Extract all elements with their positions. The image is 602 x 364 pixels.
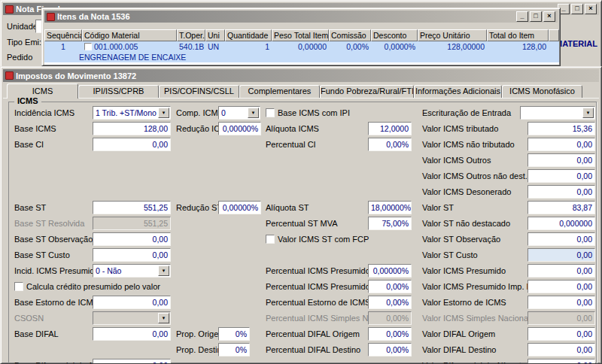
chevron-down-icon[interactable]: ▼ (158, 265, 169, 276)
aliquota-st-label: Alíquota ST (266, 201, 309, 214)
column-header-sequencia[interactable]: Sequência (44, 29, 82, 41)
valor-st-custo-field[interactable]: 0,00 (528, 248, 595, 262)
percentual-difal-origem-field[interactable]: 0,00% (368, 327, 412, 341)
tab-complementares[interactable]: Complementares (239, 85, 320, 98)
valor-icms-st-com-fcp-checkbox[interactable] (266, 235, 275, 244)
percentual-estorno-icms-field[interactable]: 0,00% (368, 296, 412, 309)
aliquota-st-field[interactable]: 18,00000% (368, 201, 412, 214)
tab-icms-monofasico[interactable]: ICMS Monofásico (502, 85, 582, 98)
valor-icms-outros-field[interactable]: 0,00 (528, 153, 595, 167)
tab-pis-cofins-csll[interactable]: PIS/COFINS/CSLL (159, 85, 239, 98)
base-st-field[interactable]: 551,25 (93, 201, 171, 214)
prop-destino-field[interactable]: 0% (218, 343, 250, 356)
valor-difal-destino-field[interactable]: 0,00 (528, 343, 595, 356)
percentual-difal-destino-field[interactable]: 0,00% (368, 343, 412, 356)
close-icon[interactable]: × (543, 11, 555, 22)
itens-titlebar[interactable]: Itens da Nota 1536 _ □ × (44, 11, 558, 23)
comp-icms-select[interactable]: 0▼ (218, 106, 260, 120)
tab-informacoes-adicionais[interactable]: Informações Adicionais (414, 85, 502, 98)
valor-icms-presumido-field[interactable]: 0,00 (528, 264, 595, 278)
app-icon (47, 13, 55, 21)
base-estorno-icms-field[interactable]: 0,00 (93, 296, 171, 309)
base-icms-com-ipi-label[interactable]: Base ICMS com IPI (278, 106, 350, 120)
column-header-uni[interactable]: Uni (205, 29, 225, 41)
base-st-custo-field[interactable]: 0,00 (93, 248, 171, 262)
base-ci-field[interactable]: 0,00 (93, 138, 171, 151)
percentual-icms-presumido-imp-pr-field[interactable]: 0,00% (368, 280, 412, 293)
column-header-total-do-item[interactable]: Total do Item (487, 29, 549, 41)
column-header-quantidade[interactable]: Quantidade (225, 29, 272, 41)
impostos-titlebar[interactable]: Impostos do Movimento 13872 (3, 69, 599, 82)
chevron-down-icon[interactable]: ▼ (158, 108, 169, 118)
base-difal-field[interactable]: 0,00 (93, 327, 171, 341)
escrituracao-entrada-label: Escrituração de Entrada (422, 106, 511, 120)
row-checkbox[interactable] (84, 43, 92, 50)
valor-icms-nao-tributado-field[interactable]: 0,00 (528, 138, 595, 151)
itens-window-buttons: _ □ × (516, 11, 555, 22)
valor-icms-outros-nao-dest-label: Valor ICMS Outros não dest. (422, 169, 528, 183)
maximize-icon[interactable]: □ (571, 4, 583, 14)
valor-icms-presumido-imp-pr-field[interactable]: 0,00 (528, 280, 595, 293)
percentual-icms-presumido-field[interactable]: 0,00000% (368, 264, 412, 278)
valor-st-nao-destacado-label: Valor ST não destacado (422, 217, 510, 230)
valor-st-observacao-field[interactable]: 0,00 (528, 232, 595, 246)
base-icms-com-ipi-checkbox[interactable] (266, 108, 275, 117)
base-diferencial-aliq-field[interactable]: 0,00 (93, 359, 171, 364)
valor-estorno-icms-field[interactable]: 0,00 (528, 296, 595, 309)
cell-sequencia: 1 (44, 41, 82, 52)
column-header-preco-unitario[interactable]: Preço Unitário (418, 29, 487, 41)
column-header-desconto[interactable]: Desconto (371, 29, 418, 41)
tab-fundo-pobreza-rural-fti[interactable]: Fundo Pobreza/Rural/FTI (320, 85, 414, 98)
percentual-difal-origem-label: Percentual DIFAL Origem (266, 327, 360, 341)
percentual-icms-simples-field: 0,00% (368, 311, 412, 325)
material-value: MATERIAL (555, 39, 597, 48)
table-row-descricao[interactable]: ENGRENAGEM DE ENCAIXE (44, 52, 559, 62)
base-icms-label: Base ICMS (14, 122, 56, 135)
percentual-st-mva-field[interactable]: 75,00% (368, 217, 412, 230)
base-st-resolvida-label: Base ST Resolvida (14, 217, 84, 230)
valor-difal-origem-field[interactable]: 0,00 (528, 327, 595, 341)
cell-codigo-material: 001.000.005 (82, 41, 177, 52)
valor-icms-tributado-field[interactable]: 15,36 (528, 122, 595, 135)
percentual-ci-field[interactable]: 0,00% (368, 138, 412, 151)
valor-diferencial-aliquota-field[interactable]: 0,00 (528, 359, 595, 364)
reducao-icms-field[interactable]: 0,00000% (218, 122, 261, 135)
reducao-st-field[interactable]: 0,00000% (218, 201, 261, 214)
percentual-st-mva-label: Percentual ST MVA (266, 217, 338, 230)
comp-icms-label: Comp. ICMS (176, 106, 223, 120)
valor-st-label: Valor ST (422, 201, 454, 214)
column-header-toper[interactable]: T.Oper. (177, 29, 205, 41)
column-header-comissao[interactable]: Comissão (329, 29, 371, 41)
valor-icms-st-com-fcp-label[interactable]: Valor ICMS ST com FCP (278, 232, 369, 246)
column-header-filler (549, 29, 559, 41)
valor-icms-desonerado-field[interactable]: 0,00 (528, 185, 595, 199)
base-ci-label: Base CI (14, 138, 44, 151)
incid-icms-presumido-select[interactable]: 0 - Não▼ (93, 264, 171, 278)
calcula-credito-presumido-label[interactable]: Calcula crédito presumido pelo valor (26, 280, 160, 293)
chevron-down-icon[interactable]: ▼ (248, 108, 259, 118)
column-header-peso-total-item[interactable]: Peso Total Item (272, 29, 329, 41)
escrituracao-entrada-select[interactable]: ▼ (520, 106, 595, 120)
column-header-codigo-material[interactable]: Código Material (82, 29, 177, 41)
prop-origem-field[interactable]: 0% (218, 327, 250, 341)
comp-icms-value: 0 (221, 108, 226, 117)
table-row[interactable]: 1 001.000.005 540.1B UN 1 0,00000 0,00% … (44, 41, 559, 52)
valor-estorno-icms-label: Valor Estorno de ICMS (422, 296, 506, 309)
valor-icms-outros-nao-dest-field[interactable]: 0,00 (528, 169, 595, 183)
incid-icms-presumido-value: 0 - Não (96, 266, 121, 275)
base-icms-field[interactable]: 128,00 (93, 122, 171, 135)
base-st-label: Base ST (14, 201, 46, 214)
incidencia-icms-select[interactable]: 1 Trib. +ST/Mono▼ (93, 106, 171, 120)
calcula-credito-presumido-checkbox[interactable] (14, 282, 23, 291)
base-st-observacao-field[interactable]: 0,00 (93, 232, 171, 246)
aliquota-icms-field[interactable]: 12,0000 (368, 122, 412, 135)
chevron-down-icon[interactable]: ▼ (582, 108, 594, 118)
valor-st-nao-destacado-field[interactable]: 0,000000 (528, 217, 595, 230)
valor-st-field[interactable]: 83,87 (528, 201, 595, 214)
base-difal-label: Base DIFAL (14, 327, 59, 341)
minimize-icon[interactable]: _ (516, 11, 528, 22)
maximize-icon[interactable]: □ (530, 11, 542, 22)
close-icon[interactable]: × (585, 4, 597, 14)
tipo-emissao-label: Tipo Emi: (7, 35, 41, 49)
tab-ipi-iss-cprb[interactable]: IPI/ISS/CPRB (78, 85, 159, 98)
